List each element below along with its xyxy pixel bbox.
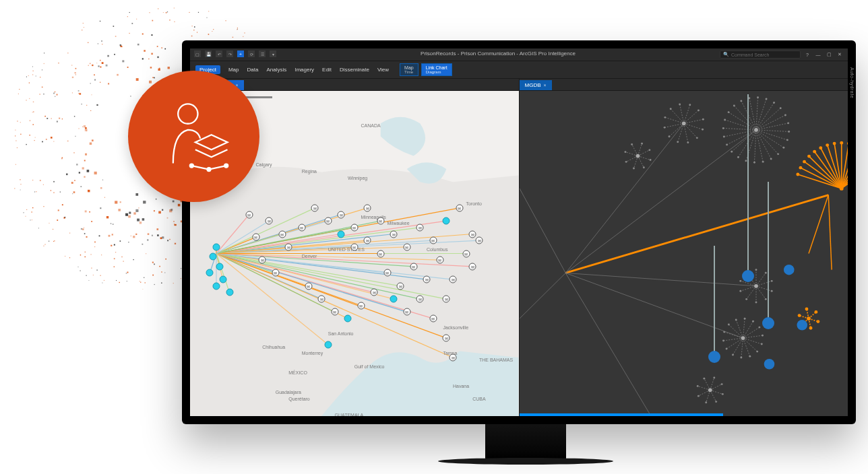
map-node-mail[interactable] [371, 289, 378, 296]
map-node-highlight[interactable] [210, 253, 217, 261]
map-node-mail[interactable] [403, 308, 410, 316]
map-node-mail[interactable] [462, 250, 470, 257]
map-node-highlight[interactable] [216, 263, 223, 270]
map-node-highlight[interactable] [443, 217, 450, 225]
map-node-mail[interactable] [318, 296, 326, 303]
ribbon-tab-view[interactable]: View [377, 67, 389, 73]
map-node-mail[interactable] [397, 282, 404, 290]
svg-rect-97 [138, 14, 139, 15]
map-node-mail[interactable] [357, 302, 365, 309]
map-node-mail[interactable] [252, 234, 259, 241]
map-node-mail[interactable] [416, 296, 424, 303]
map-node-mail[interactable] [364, 204, 371, 211]
map-node-highlight[interactable] [324, 341, 332, 348]
link-chart-view[interactable] [520, 91, 848, 416]
map-node-mail[interactable] [390, 230, 398, 238]
map-node-mail[interactable] [476, 237, 483, 244]
map-node-mail[interactable] [410, 263, 417, 270]
map-node-mail[interactable] [377, 217, 384, 225]
ribbon-tab-edit[interactable]: Edit [322, 67, 332, 73]
map-node-mail[interactable] [469, 230, 476, 238]
map-node-mail[interactable] [272, 269, 279, 277]
map-node-mail[interactable] [245, 211, 253, 218]
ribbon-tab-map[interactable]: Map [228, 67, 239, 73]
svg-rect-576 [63, 114, 65, 116]
qat-refresh-icon[interactable]: ⟳ [248, 50, 255, 57]
qat-redo-icon[interactable]: ↷ [226, 50, 233, 57]
map-node-highlight[interactable] [338, 230, 345, 238]
maximize-icon[interactable]: ▢ [825, 51, 833, 58]
ribbon-tab-disseminate[interactable]: Disseminate [340, 67, 369, 73]
qat-more-icon[interactable]: ▾ [270, 50, 276, 57]
map-node-mail[interactable] [350, 243, 358, 250]
map-node-mail[interactable] [324, 217, 332, 225]
svg-rect-98 [33, 102, 34, 102]
svg-point-913 [749, 356, 751, 358]
map-node-mail[interactable] [403, 243, 410, 250]
map-node-mail[interactable] [331, 308, 338, 316]
map-node-mail[interactable] [443, 335, 450, 342]
map-node-highlight[interactable] [206, 269, 214, 277]
map-node-mail[interactable] [364, 237, 371, 244]
map-node-mail[interactable] [311, 204, 319, 211]
svg-rect-85 [152, 20, 153, 22]
map-node-highlight[interactable] [213, 282, 220, 290]
help-icon[interactable]: ? [803, 51, 811, 58]
map-node-mail[interactable] [305, 282, 312, 290]
map-node-highlight[interactable] [219, 276, 226, 283]
map-node-mail[interactable] [350, 224, 358, 231]
svg-rect-291 [194, 7, 195, 8]
map-node-highlight[interactable] [390, 296, 398, 303]
map-node-mail[interactable] [450, 276, 457, 283]
qat-open-icon[interactable]: ▢ [194, 50, 201, 57]
map-node-mail[interactable] [450, 354, 457, 362]
map-node-mail[interactable] [338, 211, 345, 218]
map-node-highlight[interactable] [213, 243, 220, 250]
svg-point-861 [846, 142, 848, 145]
qat-filter-icon[interactable]: ☰ [259, 50, 266, 57]
link-chart-tab-close-icon[interactable]: × [544, 83, 547, 88]
svg-rect-357 [26, 209, 27, 210]
map-node-mail[interactable] [436, 257, 443, 264]
map-node-mail[interactable] [285, 243, 292, 250]
svg-rect-600 [101, 40, 102, 41]
ribbon-tab-analysis[interactable]: Analysis [266, 67, 286, 73]
contextual-tab-map[interactable]: MapTime [400, 63, 418, 76]
map-node-mail[interactable] [429, 315, 437, 323]
ribbon-tab-data[interactable]: Data [247, 67, 258, 73]
svg-rect-396 [197, 32, 197, 32]
qat-save-icon[interactable]: 💾 [205, 50, 212, 57]
ribbon-tab-imagery[interactable]: Imagery [294, 67, 314, 73]
svg-rect-236 [75, 74, 76, 75]
link-chart-tab[interactable]: MGDB × [520, 80, 552, 90]
svg-rect-652 [82, 30, 82, 30]
map-node-mail[interactable] [278, 230, 286, 238]
map-node-mail[interactable] [429, 237, 437, 244]
map-node-mail[interactable] [259, 257, 266, 264]
command-search[interactable]: 🔍 Command Search [720, 50, 801, 59]
map-node-mail[interactable] [456, 204, 463, 211]
map-node-mail[interactable] [469, 263, 476, 270]
contextual-tab-link-chart[interactable]: Link ChartDiagram [421, 63, 452, 76]
qat-add-icon[interactable]: ＋ [237, 50, 244, 57]
map-node-mail[interactable] [298, 224, 305, 231]
map-node-mail[interactable] [266, 217, 273, 225]
svg-line-744 [520, 189, 565, 273]
map-node-mail[interactable] [416, 224, 424, 231]
map-node-mail[interactable] [423, 276, 431, 283]
close-icon[interactable]: ✕ [836, 51, 844, 58]
map-node-mail[interactable] [377, 250, 384, 257]
qat-undo-icon[interactable]: ↶ [216, 50, 222, 57]
svg-rect-104 [168, 67, 170, 69]
map-node-highlight[interactable] [344, 315, 352, 323]
svg-point-843 [796, 173, 799, 176]
minimize-icon[interactable]: — [814, 51, 822, 58]
svg-rect-176 [119, 282, 120, 283]
map-node-mail[interactable] [443, 296, 450, 303]
svg-point-921 [722, 340, 724, 342]
svg-rect-680 [67, 53, 68, 53]
map-node-highlight[interactable] [226, 289, 233, 296]
svg-rect-89 [120, 46, 121, 47]
map-node-mail[interactable] [383, 269, 391, 277]
svg-point-905 [758, 327, 760, 329]
